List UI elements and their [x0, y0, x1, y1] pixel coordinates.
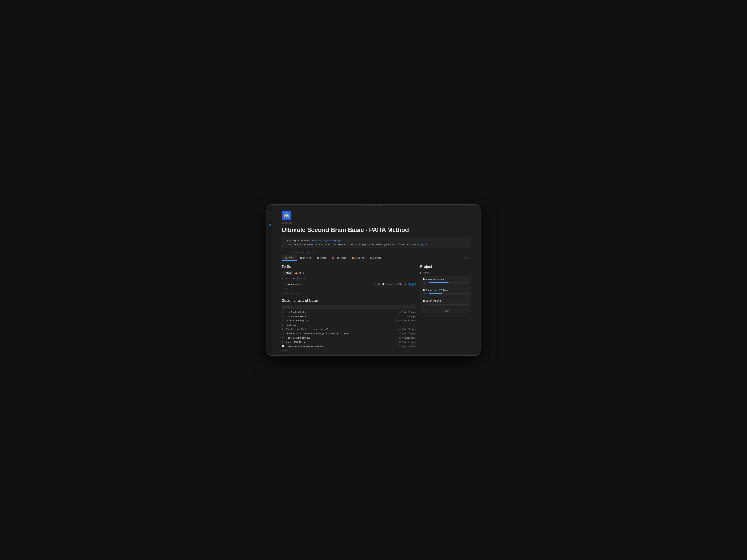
projects-tab-icon: 📋 [300, 257, 302, 259]
doc-item-text: Severity Ratings for Usability Problems [286, 345, 397, 347]
doc-type-icon: ▦ [282, 328, 284, 330]
list-item[interactable]: ▦ Should our notifications be more peace… [282, 327, 415, 331]
sidebar-dot-2 [269, 215, 270, 215]
project-group-label: Active [423, 272, 429, 274]
docs-add-label: New [284, 349, 288, 351]
info-suffix: section. [424, 243, 432, 246]
group-options-icon[interactable]: ••• [301, 277, 303, 279]
doc-item-text: Platforma Wireframe Kit [286, 337, 397, 339]
doc-tag-icon: ▦ [399, 345, 401, 347]
doc-tag-icon: ▦ [399, 337, 401, 339]
list-item[interactable]: ▦ Platforma Wireframe Kit ▦ Product Desi… [282, 336, 415, 340]
nfet-link[interactable]: Notion for Everyday Things (NFET) [312, 239, 345, 242]
settings-tab-label: Settings [373, 257, 381, 259]
group-count: 1 [297, 277, 300, 280]
pencil-icon: ✏ [282, 283, 284, 285]
project-section-title: Project [420, 265, 471, 269]
tab-todos[interactable]: ✏️ Todos [282, 255, 297, 261]
progress-label: 33% [422, 292, 427, 295]
project-title-text: Prepare for NYE Dinner [426, 289, 449, 291]
doc-tag-text: Product Design [402, 311, 415, 313]
add-label: New [284, 288, 288, 290]
filter-active[interactable]: ✓ Active [282, 271, 293, 274]
info-banner: ℹ This Template created by Notion for Ev… [282, 237, 471, 248]
progress-row: 0% [422, 303, 468, 305]
project-group-header[interactable]: ▶ Active • [420, 271, 471, 275]
doc-item-text: Should our notifications be more peacefu… [286, 328, 397, 330]
notion-app: 🤖 🖼 Add cover Ultimate Second Brain Basi… [267, 205, 480, 355]
project-card[interactable]: 📄 Research about AI 50% [420, 276, 471, 286]
list-item[interactable]: ▦ 7 laws of UX Designs ▦ Product Design [282, 340, 415, 344]
doc-type-icon: ▦ [282, 319, 284, 322]
sidebar-collapse-arrow[interactable] [268, 223, 271, 225]
image-icon: 🖼 [282, 222, 284, 224]
tab-areas[interactable]: 📊 Areas [314, 256, 329, 260]
todo-date: Last Sunday [370, 283, 381, 285]
table-row[interactable]: ✏ Buy Ingredients Last Sunday 📄 Prepare … [282, 282, 415, 287]
list-item[interactable]: ▦ AI in Product Design ▦ Product Design [282, 310, 415, 314]
progress-fill [429, 282, 448, 283]
group-add-icon[interactable]: + [304, 277, 305, 280]
project-card-icon: 📄 [422, 300, 425, 302]
group-label: Last 7 days [284, 277, 295, 280]
project-title-text: Research about AI [426, 278, 444, 281]
info-icon: ℹ [285, 239, 286, 242]
progress-bar [429, 304, 468, 304]
list-item[interactable]: ▦ Machine Learning 101 ▦ Artificial Inte… [282, 319, 415, 323]
dashboard-nav-icon: ⊡ [291, 251, 292, 254]
todo-checkbox[interactable]: ✏ [282, 283, 284, 286]
doc-tag: ▦ Recipe [407, 315, 415, 318]
project-card-title: 📄 Japan Trip 2024 [422, 300, 468, 302]
project-card[interactable]: 📄 Japan Trip 2024 0% [420, 298, 471, 307]
project-card-title: 📄 Prepare for NYE Dinner [422, 289, 468, 291]
doc-relation-icon: 📄 [382, 283, 385, 285]
docs-group-header[interactable]: ▶ Active [282, 305, 415, 309]
tab-archieve[interactable]: 🗂️ Archieve [349, 256, 367, 260]
project-card-title: 📄 Research about AI [422, 278, 468, 281]
active-filter-label: Active [286, 272, 291, 274]
doc-type-icon: ▦ [282, 332, 284, 335]
resources-tab-label: Resources [335, 257, 346, 259]
list-item[interactable]: ▦ Surf and Turf Recipe ▦ Recipe [282, 314, 415, 319]
archieve-tab-label: Archieve [355, 257, 364, 259]
chevron-down-icon: ▾ [282, 292, 283, 294]
add-plus-icon: + [282, 288, 283, 290]
doc-tag-text: Product Design [402, 341, 415, 343]
doc-item-text: 7 laws of UX Designs [286, 341, 397, 343]
todo-add-button[interactable]: + New [282, 287, 415, 291]
todo-filter-tabs: ✓ Active 📥 Inbox [282, 271, 415, 274]
doc-tag: ▦ Product Design [399, 345, 415, 347]
left-column: To Do ✓ Active 📥 Inbox [282, 265, 415, 352]
tab-settings[interactable]: ⚙️ Settings [367, 256, 384, 260]
dashboard-nav: ⊡ Dashboard Overview [282, 251, 471, 254]
list-item[interactable]: 📄 Severity Ratings for Usability Problem… [282, 344, 415, 348]
todos-tab-icon: ✏️ [284, 257, 287, 259]
archieve-tab-icon: 🗂️ [352, 257, 354, 259]
docs-section-title: Documents and Notes [282, 299, 415, 303]
doc-tag-icon: ▦ [399, 341, 401, 343]
new-tab-button[interactable]: + New [459, 256, 471, 260]
doc-item-text: Trip Itinerary [286, 324, 414, 326]
progress-bar [429, 293, 468, 294]
list-item[interactable]: ▦ 10 Heuristics for User Interface Desig… [282, 331, 415, 336]
settings-link[interactable]: Settings [416, 243, 424, 246]
project-add-button[interactable]: + New [420, 309, 471, 313]
doc-tag-icon: ▦ [407, 315, 408, 317]
todo-group-header[interactable]: ▼ Last 7 days 1 ••• + [282, 276, 415, 281]
inbox-filter-icon: 📥 [295, 272, 298, 274]
tab-resources[interactable]: 📚 Resources [329, 256, 349, 260]
project-card[interactable]: 📄 Prepare for NYE Dinner 33% [420, 287, 471, 296]
right-column: Project ▶ Active • 📄 Research about AI [420, 265, 471, 352]
docs-add-button[interactable]: + New [282, 348, 415, 352]
add-cover-button[interactable]: 🖼 Add cover [282, 222, 471, 224]
progress-bar [429, 282, 468, 283]
progress-label: 50% [422, 282, 427, 284]
doc-file-icon: 📄 [282, 345, 284, 348]
list-item[interactable]: ▦ Trip Itinerary [282, 323, 415, 327]
tab-projects[interactable]: 📋 Projects [297, 256, 314, 260]
filter-inbox[interactable]: 📥 Inbox [294, 271, 305, 274]
hidden-groups-toggle[interactable]: ▾ 8 hidden groups [282, 291, 415, 296]
sidebar-dot-3 [269, 217, 270, 218]
doc-type-icon: ▦ [282, 324, 284, 326]
areas-tab-label: Areas [320, 257, 326, 259]
